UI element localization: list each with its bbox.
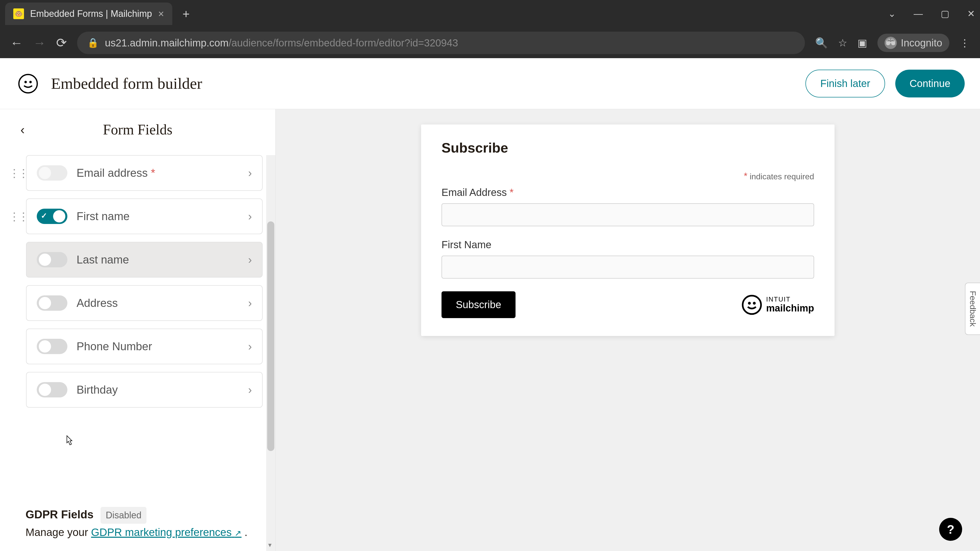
field-item[interactable]: Address›	[26, 285, 262, 321]
window-controls: ⌄ — ▢ ✕	[888, 8, 975, 19]
form-preview-card: Subscribe * indicates required Email Add…	[421, 124, 835, 336]
form-input[interactable]	[442, 256, 814, 279]
external-link-icon: ↗	[234, 529, 242, 538]
field-label: Birthday	[76, 383, 118, 396]
form-input[interactable]	[442, 203, 814, 226]
cursor-icon	[64, 435, 74, 450]
required-note: * indicates required	[442, 171, 814, 182]
incognito-label: Incognito	[901, 37, 942, 49]
continue-button[interactable]: Continue	[895, 70, 965, 97]
maximize-icon[interactable]: ▢	[941, 8, 950, 19]
incognito-badge[interactable]: 🕶 Incognito	[877, 34, 950, 52]
form-title: Subscribe	[442, 140, 814, 156]
scrollbar-track[interactable]: ▾	[266, 155, 275, 551]
address-bar: ← → ⟳ 🔒 us21.admin.mailchimp.com/audienc…	[0, 27, 980, 58]
mailchimp-badge[interactable]: INTUIT mailchimp	[741, 295, 814, 315]
form-field-label: First Name	[442, 239, 814, 251]
field-toggle[interactable]	[37, 339, 67, 354]
forward-button[interactable]: →	[33, 35, 46, 50]
gdpr-manage-text: Manage your	[25, 526, 91, 538]
page-title: Embedded form builder	[51, 75, 202, 93]
chevron-right-icon[interactable]: ›	[248, 210, 252, 223]
incognito-icon: 🕶	[885, 37, 897, 49]
preview-area: Subscribe * indicates required Email Add…	[275, 109, 980, 551]
menu-icon[interactable]: ⋮	[959, 37, 970, 49]
field-toggle[interactable]	[37, 209, 67, 224]
search-icon[interactable]: 🔍	[815, 37, 828, 49]
svg-point-0	[19, 75, 37, 93]
field-item[interactable]: ⋮⋮First name›	[26, 198, 262, 234]
minimize-icon[interactable]: —	[914, 8, 923, 19]
close-tab-icon[interactable]: ×	[158, 8, 164, 20]
url-box[interactable]: 🔒 us21.admin.mailchimp.com/audience/form…	[77, 32, 805, 54]
chevron-right-icon[interactable]: ›	[248, 297, 252, 310]
drag-handle-icon[interactable]: ⋮⋮	[9, 167, 27, 179]
field-label: First name	[76, 210, 130, 223]
favicon-icon: 🐵	[13, 8, 24, 19]
chevron-right-icon[interactable]: ›	[248, 167, 252, 179]
bookmark-icon[interactable]: ☆	[838, 37, 847, 49]
browser-tab[interactable]: 🐵 Embedded Forms | Mailchimp ×	[5, 3, 172, 25]
badge-intuit-text: INTUIT	[766, 295, 814, 303]
scrollbar-thumb[interactable]	[267, 221, 274, 451]
tab-title: Embedded Forms | Mailchimp	[30, 8, 152, 19]
svg-point-4	[748, 302, 751, 305]
field-item[interactable]: Birthday›	[26, 372, 262, 408]
field-toggle[interactable]	[37, 252, 67, 267]
field-toggle	[37, 165, 67, 181]
close-window-icon[interactable]: ✕	[967, 8, 975, 19]
gdpr-title: GDPR Fields	[25, 508, 94, 521]
field-item[interactable]: Phone Number›	[26, 329, 262, 364]
chevron-right-icon[interactable]: ›	[248, 253, 252, 266]
field-item[interactable]: Last name›	[26, 242, 262, 278]
svg-point-1	[24, 81, 27, 83]
url-path: /audience/forms/embedded-form/editor?id=…	[229, 37, 458, 48]
tabs-dropdown-icon[interactable]: ⌄	[888, 8, 896, 19]
svg-point-5	[753, 302, 756, 305]
new-tab-button[interactable]: +	[183, 7, 189, 21]
field-toggle[interactable]	[37, 295, 67, 311]
field-toggle[interactable]	[37, 382, 67, 397]
sidebar-title: Form Fields	[103, 121, 172, 138]
back-button[interactable]: ←	[10, 35, 23, 50]
svg-point-3	[743, 295, 761, 314]
field-label: Last name	[76, 253, 129, 266]
url-text: us21.admin.mailchimp.com/audience/forms/…	[105, 37, 458, 49]
app-header: Embedded form builder Finish later Conti…	[0, 58, 980, 109]
drag-handle-icon[interactable]: ⋮⋮	[9, 210, 27, 223]
field-label: Phone Number	[76, 340, 152, 353]
svg-point-2	[29, 81, 32, 83]
tab-bar: 🐵 Embedded Forms | Mailchimp × + ⌄ — ▢ ✕	[0, 0, 980, 27]
mailchimp-logo-icon[interactable]	[15, 71, 41, 97]
reload-button[interactable]: ⟳	[56, 35, 67, 50]
field-label: Address	[76, 297, 118, 310]
help-button[interactable]: ?	[939, 518, 962, 541]
subscribe-button[interactable]: Subscribe	[442, 291, 515, 318]
gdpr-disabled-badge: Disabled	[100, 507, 146, 524]
gdpr-section: GDPR Fields Disabled Manage your GDPR ma…	[0, 495, 275, 551]
chevron-right-icon[interactable]: ›	[248, 383, 252, 396]
form-field-label: Email Address *	[442, 187, 814, 198]
field-label: Email address *	[76, 167, 155, 179]
back-chevron-icon[interactable]: ‹	[21, 122, 25, 137]
url-domain: us21.admin.mailchimp.com	[105, 37, 229, 48]
sidebar: ‹ Form Fields ▴ ⋮⋮Email address *›⋮⋮Firs…	[0, 109, 275, 551]
lock-icon[interactable]: 🔒	[87, 38, 99, 48]
form-group: Email Address *	[442, 187, 814, 226]
mailchimp-badge-icon	[741, 295, 762, 315]
field-item[interactable]: ⋮⋮Email address *›	[26, 155, 262, 191]
scroll-down-icon[interactable]: ▾	[268, 541, 272, 549]
gdpr-link[interactable]: GDPR marketing preferences ↗	[91, 526, 242, 538]
form-group: First Name	[442, 239, 814, 279]
extensions-icon[interactable]: ▣	[858, 37, 867, 49]
feedback-tab[interactable]: Feedback	[965, 283, 980, 335]
finish-later-button[interactable]: Finish later	[805, 70, 885, 97]
badge-mailchimp-text: mailchimp	[766, 303, 814, 314]
chevron-right-icon[interactable]: ›	[248, 340, 252, 353]
